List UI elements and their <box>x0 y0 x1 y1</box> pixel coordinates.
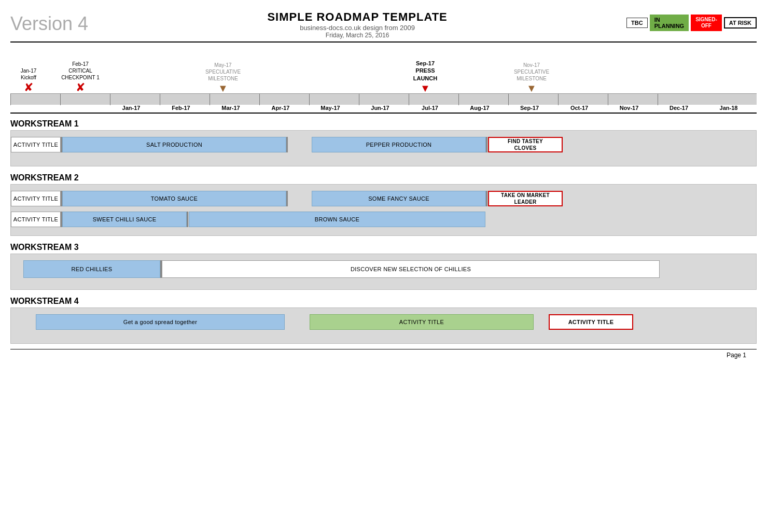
milestone-jan17: Jan-17Kickoff ✘ <box>10 67 47 93</box>
ws3-discover-chillies: DISCOVER NEW SELECTION OF CHILLIES <box>162 260 660 278</box>
month-sep17: Sep-17 <box>505 105 554 111</box>
title-block: SIMPLE ROADMAP TEMPLATE business-docs.co… <box>88 10 626 39</box>
ws2-tomato-sauce: TOMATO SAUCE <box>62 191 286 206</box>
version-label: Version 4 <box>10 13 88 35</box>
milestone-jan17-label: Jan-17Kickoff <box>10 67 47 81</box>
month-dec17: Dec-17 <box>654 105 704 111</box>
ws1-find-tastey-cloves: FIND TASTEYCLOVES <box>488 137 563 152</box>
ws4-activity-title-red: ACTIVITY TITLE <box>549 314 633 330</box>
timeline-bar <box>10 93 757 105</box>
month-may17: May-17 <box>305 105 355 111</box>
milestone-feb17-label: Feb-17CRITICALCHECKPOINT 1 <box>57 61 104 81</box>
month-aug17: Aug-17 <box>455 105 505 111</box>
workstream-3-body: RED CHILLIES DISCOVER NEW SELECTION OF C… <box>10 254 757 290</box>
legend-at-risk: AT RISK <box>724 17 757 29</box>
month-apr17: Apr-17 <box>256 105 305 111</box>
milestone-nov17-label: Nov-17SPECULATIVEMILESTONE <box>508 62 555 82</box>
workstream-2-row-2: ACTIVITY TITLE SWEET CHILLI SAUCE BROWN … <box>11 212 756 229</box>
ws2-row1-activity-title: ACTIVITY TITLE <box>11 191 61 206</box>
workstream-2-body: ACTIVITY TITLE TOMATO SAUCE SOME FANCY S… <box>10 184 757 236</box>
workstream-1-body: ACTIVITY TITLE SALT PRODUCTION PEPPER PR… <box>10 130 757 166</box>
workstream-1-title: WORKSTREAM 1 <box>10 117 757 130</box>
milestone-nov17: Nov-17SPECULATIVEMILESTONE ▼ <box>508 62 555 93</box>
workstream-3-row-1: RED CHILLIES DISCOVER NEW SELECTION OF C… <box>11 260 756 280</box>
workstream-1-row-1: ACTIVITY TITLE SALT PRODUCTION PEPPER PR… <box>11 137 756 155</box>
ws4-activity-title-green: ACTIVITY TITLE <box>310 314 534 330</box>
ws4-get-good-spread: Get a good spread together <box>36 314 285 330</box>
workstream-4-title: WORKSTREAM 4 <box>10 294 757 307</box>
legend-in-planning: INPLANNING <box>650 15 689 31</box>
ws1-sep3 <box>486 137 487 152</box>
subtitle: business-docs.co.uk design from 2009 <box>88 24 626 32</box>
milestones-area: Jan-17Kickoff ✘ Feb-17CRITICALCHECKPOINT… <box>10 47 757 93</box>
workstream-2-row-1: ACTIVITY TITLE TOMATO SAUCE SOME FANCY S… <box>11 191 756 208</box>
ws2-some-fancy-sauce: SOME FANCY SAUCE <box>312 191 486 206</box>
ws2-brown-sauce: BROWN SAUCE <box>189 212 485 227</box>
date-line: Friday, March 25, 2016 <box>88 32 626 39</box>
milestone-sep17: Sep-17PRESSLAUNCH ▼ <box>405 60 446 93</box>
legend-tbc: TBC <box>626 18 648 28</box>
month-feb17: Feb-17 <box>156 105 206 111</box>
milestone-jan17-x: ✘ <box>10 82 47 93</box>
ws1-salt-production: SALT PRODUCTION <box>62 137 286 152</box>
legend-block: TBC INPLANNING SIGNED-OFF AT RISK <box>626 15 757 31</box>
workstream-4-row-1: Get a good spread together ACTIVITY TITL… <box>11 314 756 332</box>
month-oct17: Oct-17 <box>554 105 604 111</box>
ws2-row2-activity-title: ACTIVITY TITLE <box>11 212 61 227</box>
month-nov17: Nov-17 <box>604 105 654 111</box>
month-jun17: Jun-17 <box>355 105 405 111</box>
page-label: Page 1 <box>727 352 746 359</box>
legend-signed-off: SIGNED-OFF <box>691 15 722 31</box>
ws1-sep2 <box>286 137 288 152</box>
month-mar17: Mar-17 <box>206 105 256 111</box>
ws2-row1-sep3 <box>486 191 487 206</box>
milestone-may17: May-17SPECULATIVEMILESTONE ▼ <box>202 62 244 93</box>
milestone-feb17: Feb-17CRITICALCHECKPOINT 1 ✘ <box>57 61 104 93</box>
milestone-sep17-arrow: ▼ <box>405 83 446 93</box>
workstream-2: WORKSTREAM 2 ACTIVITY TITLE TOMATO SAUCE… <box>10 171 757 236</box>
workstream-3-title: WORKSTREAM 3 <box>10 240 757 254</box>
ws2-row1-sep2 <box>286 191 288 206</box>
month-jan18: Jan-18 <box>704 105 754 111</box>
month-labels-row: Jan-17 Feb-17 Mar-17 Apr-17 May-17 Jun-1… <box>10 105 757 114</box>
month-jul17: Jul-17 <box>405 105 455 111</box>
footer: Page 1 <box>10 349 757 359</box>
ws2-row2-sep2 <box>187 212 188 227</box>
workstream-1: WORKSTREAM 1 ACTIVITY TITLE SALT PRODUCT… <box>10 117 757 166</box>
header: Version 4 SIMPLE ROADMAP TEMPLATE busine… <box>10 5 757 43</box>
ws1-activity-title: ACTIVITY TITLE <box>11 137 61 152</box>
milestone-may17-label: May-17SPECULATIVEMILESTONE <box>202 62 244 82</box>
milestone-sep17-label: Sep-17PRESSLAUNCH <box>405 60 446 82</box>
ws2-take-on-market-leader: TAKE ON MARKETLEADER <box>488 191 563 206</box>
ws1-pepper-production: PEPPER PRODUCTION <box>312 137 486 152</box>
month-jan17: Jan-17 <box>106 105 156 111</box>
workstream-2-title: WORKSTREAM 2 <box>10 171 757 184</box>
main-title: SIMPLE ROADMAP TEMPLATE <box>88 10 626 24</box>
workstream-4-body: Get a good spread together ACTIVITY TITL… <box>10 307 757 344</box>
workstream-3: WORKSTREAM 3 RED CHILLIES DISCOVER NEW S… <box>10 240 757 290</box>
milestone-may17-arrow: ▼ <box>202 83 244 93</box>
workstream-4: WORKSTREAM 4 Get a good spread together … <box>10 294 757 344</box>
ws2-sweet-chilli-sauce: SWEET CHILLI SAUCE <box>62 212 187 227</box>
milestone-feb17-x: ✘ <box>57 82 104 93</box>
ws3-red-chillies: RED CHILLIES <box>23 260 160 278</box>
milestone-nov17-arrow: ▼ <box>508 83 555 93</box>
